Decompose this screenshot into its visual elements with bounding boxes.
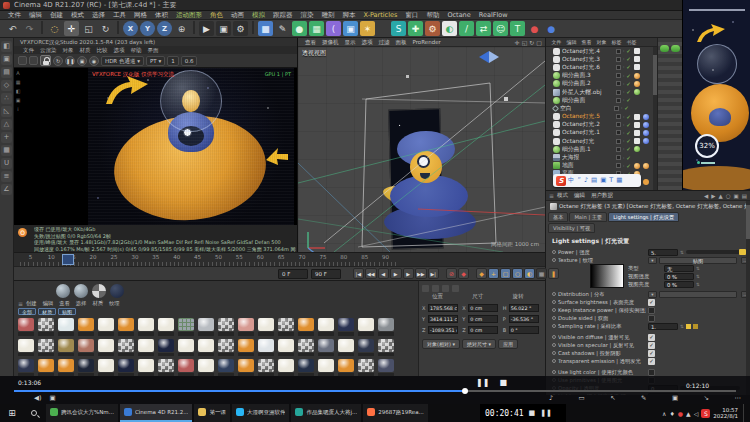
enabled-check-icon[interactable]: ✓ xyxy=(626,97,631,103)
material-swatch[interactable] xyxy=(38,359,54,377)
material-swatch[interactable] xyxy=(358,339,374,357)
visibility-dots-icon[interactable]: : xyxy=(621,106,622,110)
material-swatch[interactable] xyxy=(258,359,274,377)
speaker-icon[interactable]: ◀) xyxy=(34,394,42,402)
visibility-dots-icon[interactable]: : xyxy=(623,147,624,151)
layer-checkbox[interactable] xyxy=(616,155,621,160)
keyframe-button[interactable]: ◆ xyxy=(476,268,487,279)
menu-item[interactable]: RealFlow xyxy=(475,11,512,20)
material-swatch[interactable] xyxy=(18,359,34,377)
lock-resolution-icon[interactable] xyxy=(40,55,51,66)
menu-item[interactable]: 纹理 xyxy=(106,300,123,307)
material-filter-tab[interactable]: 全部 xyxy=(18,308,36,315)
menu-item[interactable]: ProRender xyxy=(410,39,444,46)
layer-checkbox[interactable] xyxy=(616,114,621,119)
viewport-canvas[interactable]: 透视视图 网格间距 1000 xyxy=(298,47,545,252)
taskbar-app-button[interactable]: 29687路19Rea... xyxy=(363,404,428,422)
menu-item[interactable]: 文件 xyxy=(4,11,25,20)
tag-chip-icon[interactable] xyxy=(643,122,649,128)
move-tool-icon[interactable]: ✛ xyxy=(64,21,79,36)
cube-primitive-icon[interactable]: ■ xyxy=(258,21,273,36)
material-swatch[interactable] xyxy=(338,359,354,377)
viewer-info-icon[interactable]: i xyxy=(17,106,18,112)
polygons-mode-icon[interactable]: △ xyxy=(1,119,12,130)
region-render-button[interactable]: ▣ xyxy=(77,56,87,66)
menu-item[interactable]: 对象 xyxy=(594,38,609,46)
layer-checkbox[interactable] xyxy=(616,163,621,168)
viewer-camera-icon[interactable]: A xyxy=(16,70,19,76)
material-swatch[interactable] xyxy=(298,339,314,357)
material-swatch[interactable] xyxy=(178,318,194,336)
menu-item[interactable]: 模拟 xyxy=(248,11,269,20)
material-swatch[interactable] xyxy=(318,318,334,336)
play-button[interactable]: ▶ xyxy=(390,268,402,279)
layer-checkbox[interactable] xyxy=(616,122,621,127)
spinner-icon[interactable]: ⇅ xyxy=(696,266,700,271)
layer-checkbox[interactable] xyxy=(616,147,621,152)
gear-icon[interactable]: ⚙ xyxy=(425,21,440,36)
material-swatch[interactable] xyxy=(18,339,34,357)
tag-chip-icon[interactable] xyxy=(643,138,649,144)
record-position-toggle[interactable]: + xyxy=(488,268,499,279)
anim-dot-icon[interactable] xyxy=(552,370,556,374)
menu-item[interactable]: 选项 xyxy=(359,39,376,46)
material-swatch[interactable] xyxy=(118,339,134,357)
material-swatch[interactable] xyxy=(318,359,334,377)
enabled-check-icon[interactable]: ✓ xyxy=(626,56,631,62)
menu-item[interactable]: 动画 xyxy=(227,11,248,20)
goto-end-button[interactable]: ▶| xyxy=(428,268,440,279)
autokey-icon[interactable]: ◆ xyxy=(458,268,469,279)
enabled-check-icon[interactable]: ✓ xyxy=(626,155,631,161)
coordinates-button[interactable]: 绝对尺寸 ▾ xyxy=(462,339,496,349)
layer-checkbox[interactable] xyxy=(616,139,621,144)
menu-item[interactable]: 体积 xyxy=(151,11,172,20)
material-swatch[interactable] xyxy=(158,359,174,377)
goto-start-button[interactable]: |◀ xyxy=(353,268,365,279)
material-swatch[interactable] xyxy=(18,318,34,336)
rotation-input[interactable]: -36.536 ° xyxy=(509,315,539,323)
volume-builder-icon[interactable]: S xyxy=(391,21,406,36)
sogou-tray-icon[interactable]: S xyxy=(701,409,710,418)
tray-chevron-icon[interactable]: ∧ xyxy=(662,410,666,417)
material-swatch[interactable] xyxy=(198,339,214,357)
gradient-option-input[interactable]: 0 % xyxy=(664,273,694,280)
menu-item[interactable]: 文件 xyxy=(549,38,564,46)
scale-tool-icon[interactable]: ◱ xyxy=(81,21,96,36)
enabled-check-icon[interactable]: ✓ xyxy=(626,130,631,136)
tag-chip-icon[interactable] xyxy=(634,48,640,54)
viewport-maximize-icon[interactable]: ▢ xyxy=(536,39,542,46)
material-swatch[interactable] xyxy=(278,339,294,357)
material-swatch[interactable] xyxy=(198,359,214,377)
samples-stepper[interactable]: 1 xyxy=(167,56,179,66)
redo-icon[interactable]: ↷ xyxy=(22,21,37,36)
viewer-split-icon[interactable]: ◧ xyxy=(16,88,21,94)
material-swatch[interactable] xyxy=(98,318,114,336)
menu-item[interactable]: 显示 xyxy=(342,39,359,46)
checkbox[interactable] xyxy=(648,315,655,322)
make-editable-icon[interactable]: ◧ xyxy=(1,41,12,52)
visibility-dots-icon[interactable]: : xyxy=(623,98,624,102)
pip-icon[interactable]: ▣ xyxy=(672,394,678,402)
material-swatch[interactable] xyxy=(98,359,114,377)
undo-icon[interactable]: ↶ xyxy=(5,21,20,36)
material-swatch[interactable] xyxy=(358,318,374,336)
distribution-dropdown-icon[interactable]: ▾ xyxy=(648,291,657,298)
menu-item[interactable]: 选项 xyxy=(111,46,128,54)
taskbar-app-button[interactable]: 腾讯会议大方%Nm... xyxy=(46,404,118,422)
more-icon[interactable]: ⋯ xyxy=(734,394,741,402)
render-picture-viewer-icon[interactable]: ▣ xyxy=(216,21,231,36)
gradient-option-input[interactable]: 无 xyxy=(664,265,694,272)
attribute-mode-tab[interactable]: 模式 xyxy=(554,192,571,199)
layer-checkbox[interactable] xyxy=(616,81,621,86)
layer-checkbox[interactable] xyxy=(616,49,621,54)
material-swatch[interactable] xyxy=(78,339,94,357)
axe-tool-icon[interactable]: / xyxy=(459,21,474,36)
material-swatch[interactable] xyxy=(58,359,74,377)
tag-chip-icon[interactable] xyxy=(634,114,640,120)
material-swatch[interactable] xyxy=(218,339,234,357)
material-swatch[interactable] xyxy=(158,339,174,357)
material-swatch[interactable] xyxy=(118,318,134,336)
ime-mode-icon[interactable]: 中 xyxy=(568,174,575,187)
menu-item[interactable]: 标签 xyxy=(609,38,624,46)
checkbox[interactable]: ✓ xyxy=(648,334,655,341)
